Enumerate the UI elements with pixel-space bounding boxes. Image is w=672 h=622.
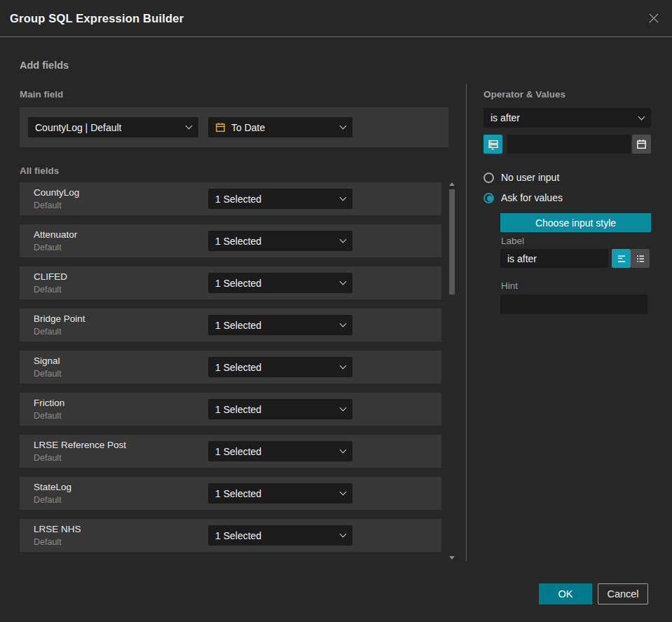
radio-selected-icon [484, 193, 494, 203]
field-selection-dropdown[interactable]: 1 Selected [208, 483, 352, 503]
field-row-attenuator: Attenuator Default 1 Selected [20, 224, 441, 257]
field-subtitle: Default [34, 495, 62, 505]
radio-label: Ask for values [501, 192, 563, 203]
radio-unselected-icon [484, 173, 494, 183]
dropdown-value: 1 Selected [215, 236, 341, 247]
field-subtitle: Default [34, 369, 62, 379]
chevron-down-icon [340, 405, 347, 412]
chevron-down-icon [340, 236, 347, 243]
date-picker-button[interactable] [632, 135, 651, 154]
field-row-lrse-nhs: LRSE NHS Default 1 Selected [20, 519, 441, 552]
chevron-down-icon [340, 123, 347, 130]
field-selection-dropdown[interactable]: 1 Selected [208, 441, 352, 461]
close-button[interactable] [647, 11, 661, 25]
bullet-list-icon [635, 253, 646, 264]
field-selection-dropdown[interactable]: 1 Selected [208, 357, 352, 377]
label-input[interactable]: is after [500, 249, 608, 268]
date-mode-dropdown[interactable]: To Date [208, 117, 352, 137]
field-selection-dropdown[interactable]: 1 Selected [208, 189, 352, 209]
field-name: LRSE Reference Post [34, 440, 126, 450]
field-row-friction: Friction Default 1 Selected [20, 393, 441, 426]
main-field-dropdown[interactable]: CountyLog | Default [28, 117, 198, 137]
chevron-down-icon [340, 320, 347, 327]
radio-ask-for-values[interactable]: Ask for values [484, 192, 563, 203]
field-selection-dropdown[interactable]: 1 Selected [208, 315, 352, 335]
operator-dropdown[interactable]: is after [484, 108, 651, 128]
field-selection-dropdown[interactable]: 1 Selected [208, 525, 352, 546]
all-fields-list: CountyLog Default 1 Selected Attenuator … [20, 182, 441, 552]
field-name: StateLog [34, 482, 71, 492]
field-subtitle: Default [34, 411, 62, 421]
calendar-icon [215, 122, 226, 133]
dropdown-value: 1 Selected [215, 488, 341, 499]
radio-label: No user input [501, 172, 559, 183]
align-left-lines-icon [616, 253, 627, 264]
hint-input[interactable] [500, 295, 647, 314]
main-field-panel: CountyLog | Default To Date [20, 107, 448, 147]
ok-button[interactable]: OK [539, 583, 592, 604]
field-selection-dropdown[interactable]: 1 Selected [208, 399, 352, 419]
chevron-down-icon [340, 194, 347, 201]
field-name: Signal [34, 356, 60, 366]
field-subtitle: Default [34, 285, 62, 295]
title-bar: Group SQL Expression Builder [0, 0, 672, 37]
scroll-down-arrow-icon[interactable] [449, 556, 455, 560]
chevron-down-icon [638, 113, 645, 120]
operator-values-heading: Operator & Values [484, 89, 565, 100]
vertical-divider [466, 84, 467, 561]
fields-scrollbar[interactable] [448, 181, 455, 561]
label-heading: Label [501, 236, 524, 246]
field-row-countylog: CountyLog Default 1 Selected [20, 182, 441, 215]
dropdown-value: 1 Selected [215, 278, 341, 289]
field-subtitle: Default [34, 453, 62, 463]
dropdown-value: 1 Selected [215, 530, 341, 541]
chevron-down-icon [340, 531, 347, 538]
field-name: CLIFED [34, 271, 67, 282]
values-from-data-icon [488, 139, 499, 150]
cancel-button[interactable]: Cancel [598, 583, 648, 604]
date-value-input[interactable] [507, 135, 631, 154]
field-row-clifed: CLIFED Default 1 Selected [20, 266, 441, 299]
dropdown-value: 1 Selected [215, 446, 341, 457]
calendar-icon [636, 139, 647, 149]
dropdown-value: 1 Selected [215, 320, 341, 331]
group-sql-expression-builder-dialog: Group SQL Expression Builder Add fields … [0, 0, 672, 622]
dropdown-value: 1 Selected [215, 194, 341, 205]
scroll-up-arrow-icon[interactable] [449, 182, 455, 186]
all-fields-heading: All fields [20, 165, 59, 176]
field-name: Friction [34, 398, 64, 408]
field-row-bridge-point: Bridge Point Default 1 Selected [20, 309, 441, 342]
date-mode-dropdown-value: To Date [231, 122, 335, 133]
radio-no-user-input[interactable]: No user input [484, 172, 559, 183]
ok-button-label: OK [558, 588, 573, 600]
field-selection-dropdown[interactable]: 1 Selected [208, 231, 352, 251]
dropdown-value: 1 Selected [215, 362, 341, 373]
label-input-value: is after [507, 253, 537, 264]
dialog-title: Group SQL Expression Builder [0, 12, 184, 25]
field-row-statelog: StateLog Default 1 Selected [20, 477, 441, 510]
add-fields-heading: Add fields [20, 60, 69, 71]
field-selection-dropdown[interactable]: 1 Selected [208, 273, 352, 293]
single-value-style-button[interactable] [612, 249, 631, 268]
list-values-style-button[interactable] [631, 249, 650, 268]
chevron-down-icon [340, 363, 347, 370]
main-field-dropdown-value: CountyLog | Default [35, 122, 186, 133]
field-subtitle: Default [34, 327, 62, 337]
field-row-signal: Signal Default 1 Selected [20, 351, 441, 384]
field-name: Attenuator [34, 229, 77, 240]
cancel-button-label: Cancel [607, 588, 638, 600]
main-field-heading: Main field [20, 89, 63, 100]
close-icon [648, 13, 659, 24]
choose-input-style-label: Choose input style [535, 217, 616, 229]
operator-dropdown-value: is after [491, 112, 639, 123]
field-subtitle: Default [34, 537, 62, 547]
choose-input-style-button[interactable]: Choose input style [500, 213, 651, 232]
scrollbar-thumb[interactable] [449, 189, 455, 295]
field-name: CountyLog [34, 187, 79, 198]
chevron-down-icon [340, 489, 347, 496]
field-row-lrse-reference-post: LRSE Reference Post Default 1 Selected [20, 435, 441, 468]
values-from-data-button[interactable] [484, 135, 502, 154]
field-name: Bridge Point [34, 313, 85, 324]
field-name: LRSE NHS [34, 524, 81, 534]
dropdown-value: 1 Selected [215, 404, 341, 415]
